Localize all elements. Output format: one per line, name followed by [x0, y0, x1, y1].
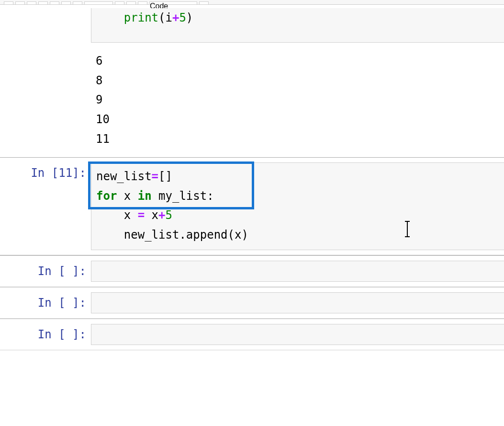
code-cell-partial: print(i+5) [0, 5, 504, 46]
toolbar-run-button[interactable] [84, 1, 113, 4]
toolbar-paste-button[interactable] [50, 1, 59, 4]
toolbar-down-button[interactable] [73, 1, 82, 4]
toolbar-restart-button[interactable] [126, 1, 136, 4]
input-prompt: In [ ]: [38, 328, 86, 341]
code-editor[interactable] [91, 261, 504, 282]
cell-output: 6 8 9 10 11 [91, 49, 504, 154]
input-prompt: In [11]: [31, 166, 86, 180]
toolbar-add-button[interactable] [15, 1, 25, 4]
code-editor[interactable]: print(i+5) [91, 8, 504, 43]
toolbar-copy-button[interactable] [38, 1, 48, 4]
code-cell[interactable]: In [ ]: [0, 255, 504, 287]
toolbar-cut-button[interactable] [27, 1, 36, 4]
code-editor[interactable]: new_list=[] for x in my_list: x = x+5 ne… [91, 162, 504, 250]
notebook-container: print(i+5)6 8 9 10 11In [11]:new_list=[]… [0, 5, 504, 350]
cell-type-select[interactable]: Code [149, 1, 197, 4]
input-prompt: In [ ]: [38, 296, 86, 310]
toolbar-up-button[interactable] [61, 1, 71, 4]
toolbar-command-palette-button[interactable] [199, 1, 209, 4]
toolbar-stop-button[interactable] [115, 1, 124, 4]
code-cell[interactable]: In [11]:new_list=[] for x in my_list: x … [0, 157, 504, 255]
toolbar: Code [0, 0, 504, 5]
input-prompt: In [ ]: [38, 265, 86, 278]
code-editor[interactable] [91, 292, 504, 313]
code-editor[interactable] [91, 324, 504, 345]
code-cell[interactable]: In [ ]: [0, 287, 504, 319]
output-cell: 6 8 9 10 11 [0, 46, 504, 157]
toolbar-save-button[interactable] [4, 1, 13, 4]
toolbar-restart-run-button[interactable] [138, 1, 147, 4]
code-cell[interactable]: In [ ]: [0, 319, 504, 350]
